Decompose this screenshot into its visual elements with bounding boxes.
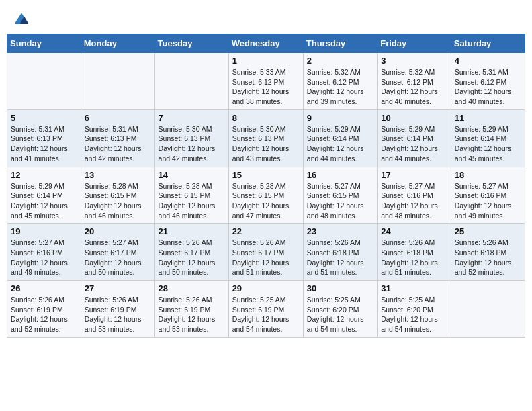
day-info: Sunrise: 5:27 AMSunset: 6:15 PMDaylight:…: [307, 181, 373, 221]
calendar-week-2: 5Sunrise: 5:31 AMSunset: 6:13 PMDaylight…: [7, 109, 525, 167]
day-info: Sunrise: 5:28 AMSunset: 6:15 PMDaylight:…: [232, 181, 300, 221]
day-number: 7: [159, 113, 225, 123]
day-info: Sunrise: 5:33 AMSunset: 6:12 PMDaylight:…: [232, 67, 300, 107]
day-info: Sunrise: 5:27 AMSunset: 6:16 PMDaylight:…: [381, 181, 447, 221]
calendar-cell: 12Sunrise: 5:29 AMSunset: 6:14 PMDayligh…: [7, 167, 81, 224]
day-number: 5: [11, 113, 77, 123]
calendar-cell: [7, 53, 81, 110]
day-info: Sunrise: 5:26 AMSunset: 6:18 PMDaylight:…: [381, 238, 447, 277]
calendar-cell: 18Sunrise: 5:27 AMSunset: 6:16 PMDayligh…: [451, 167, 525, 224]
calendar-cell: 7Sunrise: 5:30 AMSunset: 6:13 PMDaylight…: [154, 109, 228, 167]
day-number: 20: [85, 226, 151, 236]
day-number: 16: [307, 170, 373, 180]
day-info: Sunrise: 5:26 AMSunset: 6:18 PMDaylight:…: [307, 238, 373, 277]
day-number: 14: [159, 170, 225, 180]
header-saturday: Saturday: [451, 34, 525, 53]
calendar-cell: 21Sunrise: 5:26 AMSunset: 6:17 PMDayligh…: [154, 224, 228, 281]
calendar-cell: 22Sunrise: 5:26 AMSunset: 6:17 PMDayligh…: [228, 224, 303, 281]
calendar-cell: 5Sunrise: 5:31 AMSunset: 6:13 PMDaylight…: [7, 109, 81, 167]
calendar-cell: 17Sunrise: 5:27 AMSunset: 6:16 PMDayligh…: [378, 167, 451, 224]
day-info: Sunrise: 5:29 AMSunset: 6:14 PMDaylight:…: [11, 181, 77, 221]
calendar-cell: 3Sunrise: 5:32 AMSunset: 6:12 PMDaylight…: [378, 53, 451, 110]
calendar-cell: 15Sunrise: 5:28 AMSunset: 6:15 PMDayligh…: [228, 167, 303, 224]
calendar-cell: 19Sunrise: 5:27 AMSunset: 6:16 PMDayligh…: [7, 224, 81, 281]
day-number: 12: [11, 170, 77, 180]
calendar-cell: 23Sunrise: 5:26 AMSunset: 6:18 PMDayligh…: [303, 224, 377, 281]
calendar-cell: 25Sunrise: 5:26 AMSunset: 6:18 PMDayligh…: [451, 224, 525, 281]
day-info: Sunrise: 5:26 AMSunset: 6:17 PMDaylight:…: [159, 238, 225, 277]
day-number: 3: [381, 56, 447, 66]
calendar-cell: 1Sunrise: 5:33 AMSunset: 6:12 PMDaylight…: [228, 53, 303, 110]
calendar-cell: 26Sunrise: 5:26 AMSunset: 6:19 PMDayligh…: [7, 281, 81, 338]
calendar-week-1: 1Sunrise: 5:33 AMSunset: 6:12 PMDaylight…: [7, 53, 525, 110]
calendar-cell: [81, 53, 154, 110]
calendar-cell: 16Sunrise: 5:27 AMSunset: 6:15 PMDayligh…: [303, 167, 377, 224]
day-number: 27: [85, 283, 151, 293]
calendar-table: SundayMondayTuesdayWednesdayThursdayFrid…: [7, 34, 525, 338]
day-number: 29: [232, 283, 300, 293]
calendar-cell: 4Sunrise: 5:31 AMSunset: 6:12 PMDaylight…: [451, 53, 525, 110]
day-info: Sunrise: 5:28 AMSunset: 6:15 PMDaylight:…: [85, 181, 151, 221]
day-info: Sunrise: 5:29 AMSunset: 6:14 PMDaylight:…: [381, 124, 447, 164]
day-number: 28: [159, 283, 225, 293]
day-info: Sunrise: 5:32 AMSunset: 6:12 PMDaylight:…: [307, 67, 373, 107]
day-info: Sunrise: 5:29 AMSunset: 6:14 PMDaylight:…: [455, 124, 521, 164]
day-info: Sunrise: 5:26 AMSunset: 6:19 PMDaylight:…: [85, 295, 151, 334]
calendar-cell: [154, 53, 228, 110]
header-tuesday: Tuesday: [154, 34, 228, 53]
day-number: 30: [307, 283, 373, 293]
calendar-cell: 14Sunrise: 5:28 AMSunset: 6:15 PMDayligh…: [154, 167, 228, 224]
calendar-week-5: 26Sunrise: 5:26 AMSunset: 6:19 PMDayligh…: [7, 281, 525, 338]
day-info: Sunrise: 5:27 AMSunset: 6:16 PMDaylight:…: [455, 181, 521, 221]
calendar-cell: 20Sunrise: 5:27 AMSunset: 6:17 PMDayligh…: [81, 224, 154, 281]
day-number: 10: [381, 113, 447, 123]
day-info: Sunrise: 5:32 AMSunset: 6:12 PMDaylight:…: [381, 67, 447, 107]
calendar-cell: 31Sunrise: 5:25 AMSunset: 6:20 PMDayligh…: [378, 281, 451, 338]
calendar-cell: 29Sunrise: 5:25 AMSunset: 6:19 PMDayligh…: [228, 281, 303, 338]
calendar-cell: 2Sunrise: 5:32 AMSunset: 6:12 PMDaylight…: [303, 53, 377, 110]
day-info: Sunrise: 5:29 AMSunset: 6:14 PMDaylight:…: [307, 124, 373, 164]
calendar-cell: 8Sunrise: 5:30 AMSunset: 6:13 PMDaylight…: [228, 109, 303, 167]
day-info: Sunrise: 5:30 AMSunset: 6:13 PMDaylight:…: [232, 124, 300, 164]
day-number: 24: [381, 226, 447, 236]
calendar-cell: 28Sunrise: 5:26 AMSunset: 6:19 PMDayligh…: [154, 281, 228, 338]
day-info: Sunrise: 5:25 AMSunset: 6:19 PMDaylight:…: [232, 295, 300, 334]
day-number: 21: [159, 226, 225, 236]
calendar-cell: 10Sunrise: 5:29 AMSunset: 6:14 PMDayligh…: [378, 109, 451, 167]
header-thursday: Thursday: [303, 34, 377, 53]
calendar-header-row: SundayMondayTuesdayWednesdayThursdayFrid…: [7, 34, 525, 53]
day-number: 6: [85, 113, 151, 123]
day-info: Sunrise: 5:31 AMSunset: 6:13 PMDaylight:…: [85, 124, 151, 164]
day-info: Sunrise: 5:25 AMSunset: 6:20 PMDaylight:…: [381, 295, 447, 334]
day-number: 17: [381, 170, 447, 180]
day-info: Sunrise: 5:25 AMSunset: 6:20 PMDaylight:…: [307, 295, 373, 334]
day-info: Sunrise: 5:26 AMSunset: 6:19 PMDaylight:…: [159, 295, 225, 334]
day-info: Sunrise: 5:26 AMSunset: 6:17 PMDaylight:…: [232, 238, 300, 277]
header-monday: Monday: [81, 34, 154, 53]
calendar-cell: 30Sunrise: 5:25 AMSunset: 6:20 PMDayligh…: [303, 281, 377, 338]
day-number: 4: [455, 56, 521, 66]
day-info: Sunrise: 5:27 AMSunset: 6:16 PMDaylight:…: [11, 238, 77, 277]
day-number: 1: [232, 56, 300, 66]
page-header: [7, 7, 525, 28]
day-number: 11: [455, 113, 521, 123]
day-number: 19: [11, 226, 77, 236]
calendar-cell: [451, 281, 525, 338]
day-info: Sunrise: 5:30 AMSunset: 6:13 PMDaylight:…: [159, 124, 225, 164]
header-wednesday: Wednesday: [228, 34, 303, 53]
calendar-cell: 27Sunrise: 5:26 AMSunset: 6:19 PMDayligh…: [81, 281, 154, 338]
day-info: Sunrise: 5:26 AMSunset: 6:18 PMDaylight:…: [455, 238, 521, 277]
day-number: 31: [381, 283, 447, 293]
day-number: 25: [455, 226, 521, 236]
day-number: 15: [232, 170, 300, 180]
day-number: 18: [455, 170, 521, 180]
calendar-week-3: 12Sunrise: 5:29 AMSunset: 6:14 PMDayligh…: [7, 167, 525, 224]
day-info: Sunrise: 5:31 AMSunset: 6:12 PMDaylight:…: [455, 67, 521, 107]
day-number: 2: [307, 56, 373, 66]
calendar-cell: 13Sunrise: 5:28 AMSunset: 6:15 PMDayligh…: [81, 167, 154, 224]
day-info: Sunrise: 5:27 AMSunset: 6:17 PMDaylight:…: [85, 238, 151, 277]
day-number: 8: [232, 113, 300, 123]
calendar-cell: 9Sunrise: 5:29 AMSunset: 6:14 PMDaylight…: [303, 109, 377, 167]
day-number: 26: [11, 283, 77, 293]
calendar-cell: 11Sunrise: 5:29 AMSunset: 6:14 PMDayligh…: [451, 109, 525, 167]
